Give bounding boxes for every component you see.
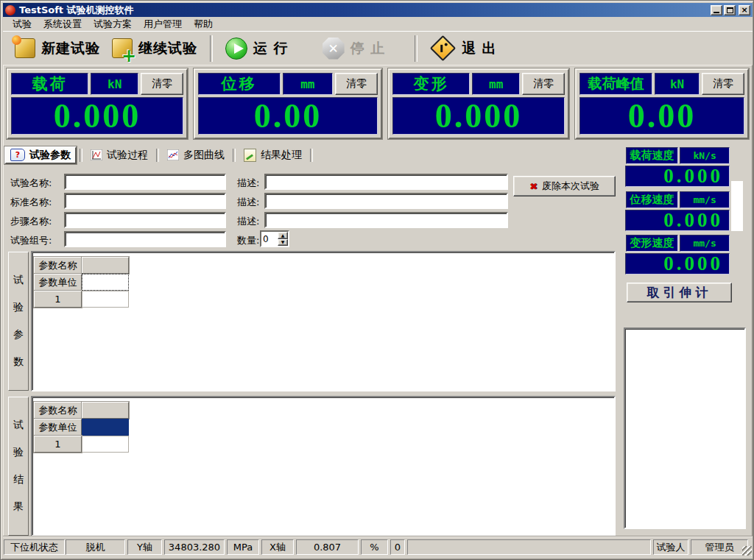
- toolbar-separator: [415, 35, 417, 62]
- quantity-down-button[interactable]: ▼: [278, 239, 288, 247]
- maximize-button[interactable]: [724, 5, 736, 15]
- load-peak-clear-button[interactable]: 清零: [702, 73, 744, 95]
- title-bar[interactable]: TestSoft 试验机测控软件 ×: [3, 3, 753, 17]
- step-desc-label: 描述:: [237, 215, 259, 228]
- grid-cell-value[interactable]: [82, 436, 129, 453]
- deformation-meter-unit: mm: [472, 73, 520, 95]
- displacement-speed-unit: mm/s: [680, 191, 730, 208]
- exit-icon: [430, 35, 456, 61]
- step-name-input[interactable]: [64, 212, 226, 228]
- grid-cell-unit[interactable]: [82, 274, 129, 291]
- curve-chart-icon: [91, 149, 102, 160]
- stop-button[interactable]: ✕ 停 止: [317, 36, 392, 61]
- tab-multi-curves[interactable]: 多图曲线: [162, 147, 230, 163]
- step-name-label: 步骤名称:: [10, 215, 52, 228]
- take-extensometer-button[interactable]: 取引伸计: [627, 283, 732, 302]
- tab-bar: 试验参数 试验过程 多图曲线 结果处理: [4, 146, 316, 164]
- run-icon: [225, 38, 247, 60]
- test-group-input[interactable]: [64, 231, 226, 247]
- displacement-speed-title: 位移速度: [626, 191, 678, 208]
- app-icon: [5, 5, 15, 15]
- displacement-speed-header: 位移速度 mm/s: [626, 191, 730, 208]
- load-meter-value: 0.000: [11, 97, 183, 135]
- displacement-speed-value: 0.000: [625, 210, 730, 231]
- grid-header-param-unit: 参数单位: [34, 419, 82, 436]
- application-window: TestSoft 试验机测控软件 × 试验 系统设置 试验方案 用户管理 帮助 …: [0, 0, 754, 560]
- load-speed-unit: kN/s: [680, 147, 730, 164]
- grid-cell-unit-selected[interactable]: [82, 419, 129, 436]
- step-desc-input[interactable]: [264, 212, 508, 228]
- status-y-axis-label: Y轴: [127, 539, 162, 555]
- quantity-up-button[interactable]: ▲: [278, 232, 288, 239]
- grid-cell-value[interactable]: [82, 291, 129, 308]
- menu-test[interactable]: 试验: [7, 17, 38, 32]
- quantity-input[interactable]: [261, 232, 278, 246]
- grid-row-header-1: 1: [34, 436, 82, 453]
- tab-result-processing[interactable]: 结果处理: [239, 147, 307, 163]
- displacement-clear-button[interactable]: 清零: [335, 73, 378, 95]
- result-list-box[interactable]: [624, 327, 746, 529]
- test-results-side-label: 试 验 结 果: [8, 397, 29, 536]
- continue-test-button[interactable]: 继续试验: [106, 37, 203, 60]
- standard-desc-input[interactable]: [264, 193, 508, 209]
- multi-curve-icon: [167, 149, 179, 160]
- exit-button[interactable]: 退 出: [424, 38, 503, 60]
- quantity-stepper: ▲ ▼: [260, 230, 289, 247]
- deformation-speed-value: 0.000: [625, 253, 730, 274]
- tab-test-parameters[interactable]: 试验参数: [4, 146, 77, 164]
- new-test-icon: [15, 38, 35, 58]
- grid-row-header-1: 1: [34, 291, 82, 308]
- book-question-icon: [10, 149, 25, 161]
- displacement-meter: 位移 mm 清零 0.00: [194, 68, 382, 139]
- load-speed-value: 0.000: [625, 166, 730, 187]
- deformation-meter: 变形 mm 清零 0.000: [388, 68, 569, 139]
- status-x-axis-value: 0.807: [296, 539, 359, 555]
- grid-header-param-name: 参数名称: [34, 257, 82, 274]
- maximize-icon: [727, 7, 733, 13]
- displacement-meter-title: 位移: [198, 73, 281, 95]
- menu-system-settings[interactable]: 系统设置: [38, 17, 88, 32]
- test-desc-input[interactable]: [264, 174, 508, 190]
- standard-desc-label: 描述:: [237, 196, 259, 209]
- tab-test-process[interactable]: 试验过程: [85, 147, 153, 163]
- grid-header-param-unit: 参数单位: [34, 274, 82, 291]
- load-speed-header: 载荷速度 kN/s: [626, 147, 730, 164]
- load-meter-title: 载荷: [11, 73, 88, 95]
- status-bar: 下位机状态 脱机 Y轴 34803.280 MPa X轴 0.807 % 0 试…: [3, 536, 753, 557]
- menu-bar: 试验 系统设置 试验方案 用户管理 帮助: [3, 17, 753, 31]
- load-meter-unit: kN: [91, 73, 138, 95]
- load-peak-meter-unit: kN: [655, 73, 700, 95]
- deformation-speed-header: 变形速度 mm/s: [626, 235, 730, 252]
- load-peak-meter: 载荷峰值 kN 清零 0.00: [575, 68, 749, 139]
- status-x-axis-label: X轴: [261, 539, 294, 555]
- parameters-grid: 参数名称 参数单位 1: [34, 257, 129, 308]
- abort-test-button[interactable]: ✖ 废除本次试验: [513, 176, 616, 196]
- test-name-input[interactable]: [64, 174, 226, 190]
- close-button[interactable]: ×: [739, 5, 750, 15]
- quantity-label: 数量:: [237, 234, 259, 247]
- red-x-icon: ✖: [529, 181, 538, 192]
- standard-name-input[interactable]: [64, 193, 226, 209]
- load-meter: 载荷 kN 清零 0.000: [7, 68, 188, 139]
- minimize-button[interactable]: [711, 5, 722, 15]
- load-clear-button[interactable]: 清零: [141, 73, 183, 95]
- resize-grip[interactable]: [742, 546, 752, 556]
- test-results-grid-area[interactable]: 参数名称 参数单位 1: [31, 396, 616, 536]
- test-parameters-side-label: 试 验 参 数: [8, 252, 29, 391]
- test-parameters-grid-area[interactable]: 参数名称 参数单位 1: [31, 251, 616, 391]
- deformation-meter-title: 变形: [392, 73, 470, 95]
- test-desc-label: 描述:: [237, 177, 259, 190]
- status-offline: 脱机: [66, 539, 125, 555]
- load-peak-meter-value: 0.00: [579, 97, 744, 135]
- test-name-label: 试验名称:: [10, 177, 52, 190]
- deformation-clear-button[interactable]: 清零: [522, 73, 565, 95]
- run-button[interactable]: 运 行: [219, 36, 295, 61]
- tab-separator: [156, 149, 159, 162]
- menu-help[interactable]: 帮助: [188, 17, 219, 32]
- result-notes-icon: [244, 149, 256, 162]
- menu-test-scheme[interactable]: 试验方案: [88, 17, 138, 32]
- status-lower-machine-label: 下位机状态: [4, 539, 65, 555]
- new-test-button[interactable]: 新建试验: [9, 37, 106, 60]
- displacement-meter-unit: mm: [283, 73, 333, 95]
- menu-user-management[interactable]: 用户管理: [138, 17, 188, 32]
